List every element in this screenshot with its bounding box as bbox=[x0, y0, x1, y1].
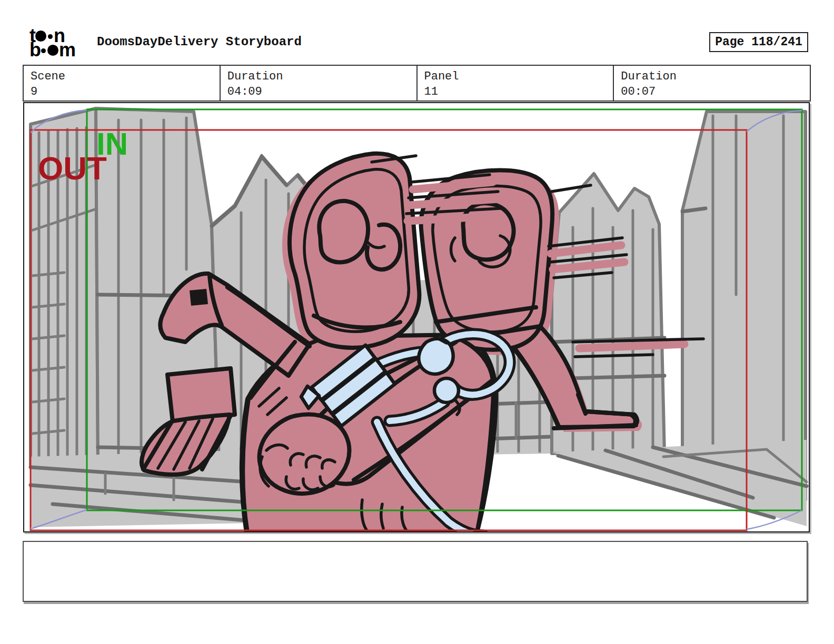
panel-label: Panel bbox=[424, 69, 613, 84]
panel-info-table: Scene 9 Duration 04:09 Panel 11 Duration… bbox=[23, 65, 811, 102]
logo-dot-icon bbox=[48, 34, 53, 39]
scene-value: 9 bbox=[31, 84, 220, 100]
panel-value: 11 bbox=[424, 84, 613, 100]
scene-cell: Scene 9 bbox=[24, 66, 220, 100]
logo-dot-icon bbox=[47, 45, 58, 56]
panel-cell: Panel 11 bbox=[416, 66, 613, 100]
logo-letter: b bbox=[29, 43, 40, 57]
logo-letter: m bbox=[59, 43, 75, 57]
logo-row-2: bm bbox=[29, 43, 75, 57]
page-number-badge: Page 118/241 bbox=[709, 32, 808, 52]
storyboard-page: tn bm DoomsDayDelivery Storyboard Page 1… bbox=[0, 0, 834, 644]
scene-duration-label: Duration bbox=[227, 69, 416, 84]
storyboard-drawing: IN OUT bbox=[24, 103, 809, 531]
scene-duration-value: 04:09 bbox=[227, 84, 416, 100]
panel-duration-cell: Duration 00:07 bbox=[613, 66, 810, 100]
panel-duration-value: 00:07 bbox=[621, 84, 810, 100]
storyboard-panel: IN OUT bbox=[23, 102, 810, 532]
toonboom-logo: tn bm bbox=[29, 28, 75, 57]
panel-duration-label: Duration bbox=[621, 69, 810, 84]
logo-dot-icon bbox=[41, 48, 46, 53]
scene-label: Scene bbox=[31, 69, 220, 84]
caption-box[interactable] bbox=[23, 541, 808, 602]
camera-out-label: OUT bbox=[38, 150, 107, 186]
cable-plug bbox=[419, 339, 453, 374]
scene-duration-cell: Duration 04:09 bbox=[220, 66, 416, 100]
document-title: DoomsDayDelivery Storyboard bbox=[97, 35, 302, 49]
